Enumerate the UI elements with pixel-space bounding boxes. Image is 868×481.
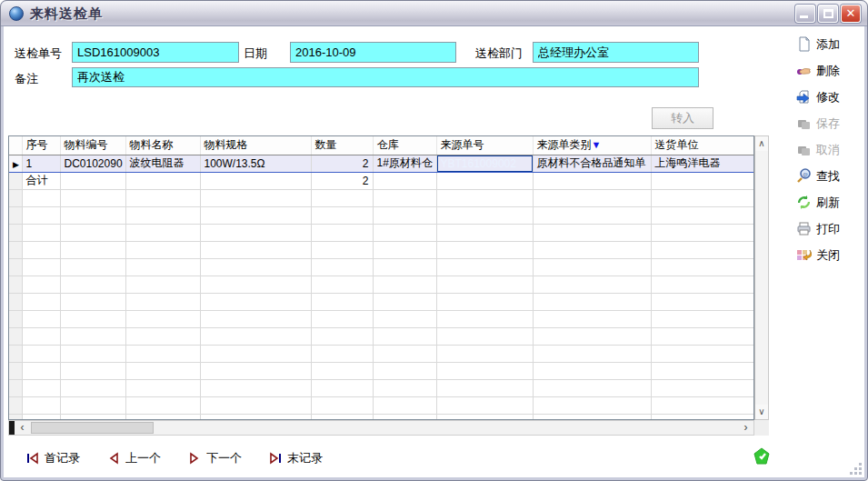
empty-grid-row xyxy=(9,258,753,276)
column-header-seq[interactable]: 序号 xyxy=(22,136,60,155)
delete-hand-icon xyxy=(796,63,812,78)
remark-field[interactable] xyxy=(72,67,699,87)
first-record-icon xyxy=(26,452,39,465)
close-icon: ✕ xyxy=(842,6,860,20)
column-header-material-name[interactable]: 物料名称 xyxy=(125,136,200,155)
cell-material-code[interactable]: DC0102090 xyxy=(60,155,125,172)
grid-vertical-scrollbar[interactable]: ∧ ∨ xyxy=(754,135,769,420)
empty-grid-row xyxy=(9,224,753,241)
department-label: 送检部门 xyxy=(475,45,523,62)
table-row-selected[interactable]: ▶ 1 DC0102090 波纹电阻器 100W/13.5Ω 2 1#原材料仓 … xyxy=(9,155,753,172)
close-form-icon xyxy=(796,247,812,263)
print-icon xyxy=(796,221,812,236)
delete-button[interactable]: 删除 xyxy=(796,57,865,84)
last-record-icon xyxy=(269,452,282,465)
column-header-source-no[interactable]: 来源单号 xyxy=(436,136,533,155)
empty-grid-row xyxy=(9,310,753,327)
cancel-button[interactable]: 取消 xyxy=(796,136,865,163)
empty-grid-row xyxy=(9,293,753,310)
row-selector-header xyxy=(9,136,22,155)
empty-grid-row xyxy=(9,414,753,420)
total-label: 合计 xyxy=(22,172,60,189)
minimize-button[interactable] xyxy=(795,5,815,23)
scroll-down-icon[interactable]: ∨ xyxy=(755,405,768,419)
find-button[interactable]: @ 查找 xyxy=(796,163,865,189)
order-no-label: 送检单号 xyxy=(15,45,62,62)
grid-total-row: 合计 2 xyxy=(9,172,753,189)
cell-source-type[interactable]: 原材料不合格品通知单 xyxy=(533,155,651,172)
column-header-source-type[interactable]: 来源单类别▼ xyxy=(533,136,651,155)
app-globe-icon xyxy=(9,6,24,21)
cell-material-name[interactable]: 波纹电阻器 xyxy=(125,155,200,172)
first-record-button[interactable]: 首记录 xyxy=(26,450,80,466)
new-document-icon xyxy=(796,36,812,52)
total-qty: 2 xyxy=(311,172,373,189)
column-header-material-code[interactable]: 物料编号 xyxy=(60,136,125,155)
column-header-warehouse[interactable]: 仓库 xyxy=(373,136,436,155)
detail-grid: 序号 物料编号 物料名称 物料规格 数量 仓库 来源单号 来源单类别▼ 送货单位 xyxy=(8,135,769,436)
add-button[interactable]: 添加 xyxy=(796,31,865,57)
modify-icon xyxy=(796,89,812,105)
sidebar-toolbar: 添加 删除 修改 保存 取消 @ 查找 xyxy=(796,31,865,268)
empty-grid-row xyxy=(9,189,753,206)
next-record-button[interactable]: 下一个 xyxy=(188,450,242,466)
last-record-button[interactable]: 末记录 xyxy=(269,450,323,466)
empty-grid-row xyxy=(9,276,753,293)
sort-desc-icon: ▼ xyxy=(592,139,602,150)
empty-grid-row xyxy=(9,396,753,414)
maximize-button[interactable] xyxy=(818,5,838,23)
remark-label: 备注 xyxy=(15,71,38,87)
empty-grid-row xyxy=(9,379,753,396)
save-button[interactable]: 保存 xyxy=(796,110,865,136)
scroll-up-icon[interactable]: ∧ xyxy=(755,136,768,151)
refresh-button[interactable]: 刷新 xyxy=(796,189,865,215)
status-green-icon[interactable] xyxy=(753,447,771,466)
horizontal-scroll-thumb[interactable] xyxy=(31,422,154,434)
cancel-icon xyxy=(796,142,812,157)
empty-grid-row xyxy=(9,345,753,362)
date-field[interactable] xyxy=(290,42,456,63)
print-button[interactable]: 打印 xyxy=(796,215,865,242)
current-row-marker-icon: ▶ xyxy=(13,160,19,169)
empty-grid-row xyxy=(9,241,753,258)
form-content: 送检单号 日期 送检部门 备注 转入 序号 xyxy=(4,26,864,477)
empty-grid-row xyxy=(9,362,753,379)
cell-source-no-selected[interactable]: YBT161009002 xyxy=(436,155,533,172)
cell-material-spec[interactable]: 100W/13.5Ω xyxy=(200,155,311,172)
minimize-icon xyxy=(800,15,808,18)
search-icon: @ xyxy=(796,168,812,184)
record-nav-bar: 首记录 上一个 下一个 末记录 xyxy=(4,436,864,477)
grid-splitter-handle[interactable] xyxy=(9,421,15,435)
maximize-icon xyxy=(823,9,833,18)
scrollbar-corner xyxy=(754,420,769,436)
cell-qty[interactable]: 2 xyxy=(311,155,373,172)
cell-supplier[interactable]: 上海鸣洋电器 xyxy=(651,155,753,172)
column-header-supplier[interactable]: 送货单位 xyxy=(651,136,753,155)
close-button[interactable]: 关闭 xyxy=(796,242,865,268)
previous-record-button[interactable]: 上一个 xyxy=(107,450,161,466)
current-row-marker: ▶ xyxy=(9,155,22,172)
department-field[interactable] xyxy=(533,42,699,63)
column-header-qty[interactable]: 数量 xyxy=(311,136,373,155)
transfer-button[interactable]: 转入 xyxy=(652,107,713,129)
save-icon xyxy=(796,115,812,131)
modify-button[interactable]: 修改 xyxy=(796,84,865,110)
resize-grip[interactable] xyxy=(849,462,862,475)
previous-record-icon xyxy=(107,452,120,465)
column-header-material-spec[interactable]: 物料规格 xyxy=(200,136,311,155)
cell-seq[interactable]: 1 xyxy=(22,155,60,172)
cell-warehouse[interactable]: 1#原材料仓 xyxy=(373,155,436,172)
order-no-field[interactable] xyxy=(72,42,239,63)
scroll-right-icon[interactable]: › xyxy=(739,421,753,435)
grid-horizontal-scrollbar[interactable]: ‹ › xyxy=(8,420,754,436)
grid-header-row: 序号 物料编号 物料名称 物料规格 数量 仓库 来源单号 来源单类别▼ 送货单位 xyxy=(9,136,753,155)
app-window: 来料送检单 ✕ 送检单号 日期 送检部门 备注 转入 xyxy=(0,0,868,481)
empty-grid-row xyxy=(9,206,753,224)
empty-grid-row xyxy=(9,327,753,345)
next-record-icon xyxy=(188,452,201,465)
refresh-icon xyxy=(796,195,812,210)
scroll-left-icon[interactable]: ‹ xyxy=(15,421,29,435)
svg-text:@: @ xyxy=(803,172,808,177)
close-window-button[interactable]: ✕ xyxy=(841,5,861,23)
date-label: 日期 xyxy=(244,45,267,62)
